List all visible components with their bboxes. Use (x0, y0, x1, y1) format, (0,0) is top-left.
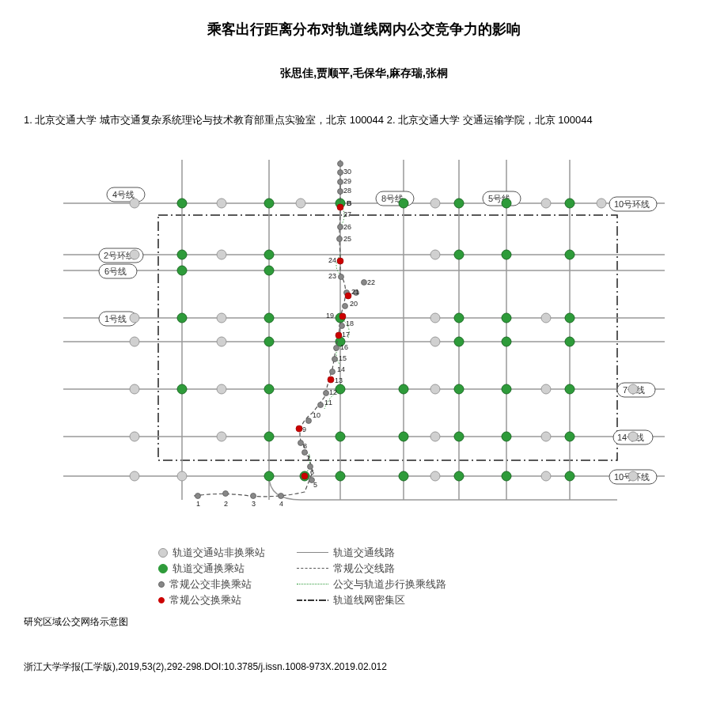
svg-point-119 (306, 418, 312, 423)
svg-point-94 (399, 384, 408, 394)
svg-point-36 (217, 199, 226, 208)
svg-point-107 (454, 471, 464, 481)
svg-point-137 (301, 473, 308, 479)
svg-point-46 (430, 313, 440, 323)
svg-point-78 (177, 266, 187, 275)
legend-line-dash (297, 568, 328, 569)
rail-stations-nontransfer (130, 199, 638, 481)
svg-text:17: 17 (342, 331, 350, 338)
svg-text:2: 2 (224, 500, 228, 508)
svg-point-122 (330, 369, 336, 374)
svg-point-134 (338, 179, 343, 184)
svg-point-104 (264, 471, 274, 481)
legend-dot-red (158, 597, 165, 603)
svg-point-100 (399, 432, 408, 441)
svg-point-69 (399, 199, 408, 208)
svg-point-53 (430, 384, 440, 394)
svg-point-90 (565, 337, 574, 346)
dense-area-boundary (158, 215, 617, 460)
svg-point-124 (334, 345, 339, 350)
svg-point-136 (338, 161, 343, 166)
rail-stations-transfer (177, 199, 574, 481)
svg-point-113 (251, 493, 256, 498)
svg-point-54 (541, 384, 551, 394)
svg-point-133 (338, 188, 343, 194)
svg-text:21: 21 (351, 288, 359, 296)
svg-point-40 (597, 199, 606, 208)
svg-point-89 (502, 337, 511, 346)
svg-text:24: 24 (328, 256, 336, 264)
svg-point-84 (502, 313, 511, 323)
legend-label: 常规公交非换乘站 (169, 577, 252, 592)
svg-point-81 (264, 313, 274, 323)
svg-text:1: 1 (196, 500, 200, 508)
svg-point-112 (223, 490, 229, 496)
legend-label: 常规公交换乘站 (169, 593, 241, 607)
svg-point-44 (130, 313, 139, 323)
svg-text:29: 29 (343, 177, 351, 185)
svg-point-111 (195, 493, 201, 498)
svg-point-83 (454, 313, 464, 323)
svg-point-42 (217, 250, 226, 259)
svg-point-123 (332, 356, 338, 361)
svg-point-61 (130, 471, 139, 481)
svg-point-103 (565, 432, 574, 441)
svg-point-76 (502, 250, 511, 259)
svg-point-140 (336, 332, 342, 338)
legend-label: 常规公交线路 (333, 562, 395, 576)
svg-point-99 (336, 432, 345, 441)
svg-point-39 (541, 199, 551, 208)
svg-text:26: 26 (343, 223, 351, 231)
svg-point-47 (541, 313, 551, 323)
svg-text:16: 16 (340, 343, 348, 351)
svg-point-51 (130, 384, 139, 394)
svg-text:11: 11 (324, 399, 332, 407)
svg-point-72 (565, 199, 574, 208)
svg-point-142 (345, 293, 351, 299)
svg-point-139 (328, 376, 334, 383)
svg-point-92 (264, 384, 274, 394)
svg-text:4号线: 4号线 (112, 190, 135, 199)
svg-point-79 (264, 266, 274, 275)
svg-text:23: 23 (328, 272, 336, 280)
svg-point-86 (264, 337, 274, 346)
svg-text:3: 3 (252, 500, 256, 508)
svg-text:14: 14 (337, 365, 345, 373)
svg-point-49 (217, 337, 226, 346)
svg-point-64 (541, 471, 551, 481)
svg-point-106 (399, 471, 408, 481)
legend-dot-green (158, 564, 168, 573)
legend-line-dotted (297, 584, 328, 584)
svg-point-105 (336, 471, 345, 481)
svg-point-121 (324, 390, 329, 395)
svg-point-56 (130, 432, 139, 441)
svg-point-55 (628, 384, 638, 394)
svg-point-130 (339, 274, 344, 279)
figure-container: 4号线 8号线 5号线 10号环线 2号环线 6号线 1号线 7号线 14号线 … (63, 160, 665, 607)
legend-line-dashdot (297, 599, 328, 601)
svg-point-45 (217, 313, 226, 323)
legend-label: 轨道线网密集区 (333, 593, 405, 607)
svg-point-96 (502, 384, 511, 394)
svg-point-52 (217, 384, 226, 394)
svg-point-125 (339, 323, 345, 328)
svg-point-38 (430, 199, 440, 208)
svg-text:22: 22 (367, 278, 375, 286)
svg-point-65 (628, 471, 638, 481)
svg-point-50 (430, 337, 440, 346)
rail-lines (63, 160, 665, 500)
svg-point-102 (502, 432, 511, 441)
svg-text:30: 30 (343, 168, 351, 176)
svg-point-43 (430, 250, 440, 259)
network-diagram: 4号线 8号线 5号线 10号环线 2号环线 6号线 1号线 7号线 14号线 … (63, 160, 665, 539)
svg-point-35 (130, 199, 139, 208)
svg-point-41 (130, 250, 139, 259)
svg-point-80 (177, 313, 187, 323)
svg-point-60 (628, 432, 638, 441)
svg-text:19: 19 (326, 312, 334, 320)
svg-text:10号环线: 10号环线 (614, 199, 650, 209)
svg-point-114 (279, 493, 284, 498)
paper-affiliation: 1. 北京交通大学 城市交通复杂系统理论与技术教育部重点实验室，北京 10004… (24, 112, 704, 128)
svg-text:15: 15 (339, 354, 347, 362)
legend-dot-darkgrey (158, 581, 165, 588)
